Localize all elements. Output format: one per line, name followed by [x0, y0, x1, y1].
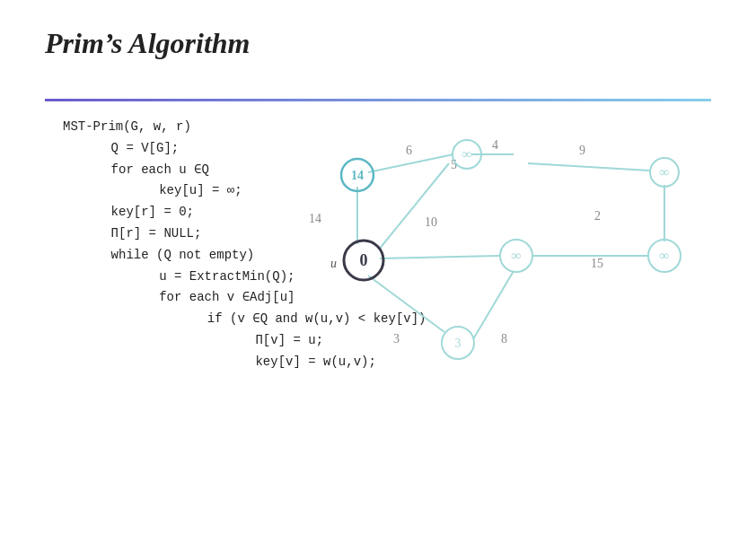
svg-text:0: 0 [360, 251, 368, 269]
svg-text:3: 3 [455, 337, 462, 350]
svg-line-9 [473, 271, 514, 339]
svg-text:10: 10 [425, 215, 437, 229]
svg-line-4 [528, 163, 649, 171]
svg-line-6 [380, 256, 500, 258]
svg-text:∞: ∞ [659, 164, 669, 179]
svg-text:∞: ∞ [659, 248, 669, 263]
svg-line-0 [368, 154, 453, 172]
svg-text:14: 14 [351, 169, 364, 182]
svg-text:4: 4 [492, 138, 498, 152]
svg-line-8 [368, 276, 444, 332]
svg-text:8: 8 [501, 332, 507, 346]
divider [45, 99, 711, 101]
svg-text:14: 14 [309, 212, 321, 225]
svg-line-2 [379, 163, 449, 249]
svg-text:6: 6 [406, 144, 412, 157]
svg-text:15: 15 [591, 257, 603, 270]
svg-text:3: 3 [393, 332, 400, 346]
svg-text:2: 2 [594, 209, 601, 223]
graph-diagram: 6 4 5 9 14 10 2 15 3 8 14 ∞ ∞ ∞ ∞ 0 3 u [278, 117, 754, 422]
svg-text:u: u [330, 257, 337, 270]
svg-text:9: 9 [579, 144, 585, 157]
page-title: Prim’s Algorithm [45, 27, 250, 60]
svg-text:∞: ∞ [462, 146, 471, 162]
svg-text:∞: ∞ [511, 248, 521, 263]
